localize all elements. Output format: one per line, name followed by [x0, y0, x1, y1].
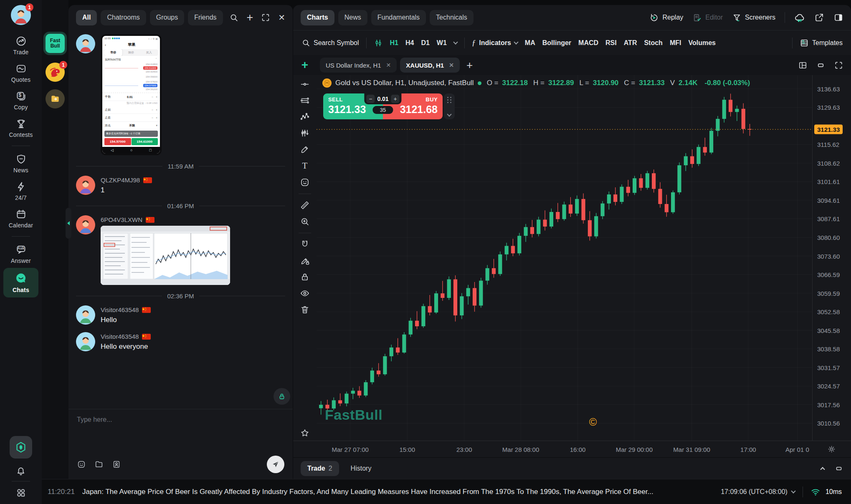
user-avatar[interactable]: 1 — [11, 5, 31, 25]
close-icon[interactable]: ✕ — [278, 13, 285, 22]
templates-button[interactable]: Templates — [800, 38, 843, 48]
avatar[interactable] — [76, 305, 95, 325]
time-axis-labels[interactable]: Mar 27 07:0015:0023:00Mar 28 08:0016:00M… — [317, 441, 812, 457]
editor-button[interactable]: Editor — [692, 13, 723, 23]
sidebar-item-quotes[interactable]: Quotes — [2, 59, 40, 87]
drawing-lock-tool-icon[interactable] — [300, 256, 310, 266]
lot-minus-button[interactable]: − — [366, 95, 375, 103]
timeframe-h4[interactable]: H4 — [405, 39, 414, 47]
chart-tab-xauusd[interactable]: XAUUSD, H1 ✕ — [400, 58, 460, 73]
chart-tab-usdindex[interactable]: US Dollar Index, H1 ✕ — [320, 58, 397, 73]
open-external-icon[interactable] — [814, 13, 824, 23]
avatar[interactable] — [76, 215, 95, 234]
sidebar-item-news[interactable]: News — [2, 150, 40, 177]
bottom-tab-history[interactable]: History — [344, 461, 378, 476]
contact-card-icon[interactable] — [112, 460, 121, 469]
avatar[interactable] — [76, 332, 95, 351]
minimize-panel-icon[interactable] — [816, 60, 826, 70]
indicators-button[interactable]: ƒ Indicators — [472, 38, 518, 48]
chat-tab-friends[interactable]: Friends — [188, 10, 223, 25]
attach-folder-icon[interactable] — [94, 460, 104, 469]
chat-lock-button[interactable] — [274, 388, 290, 405]
search-symbol-button[interactable]: Search Symbol — [301, 38, 359, 47]
chat-input[interactable] — [77, 416, 284, 423]
trendline-tool-icon[interactable] — [300, 79, 310, 89]
chart-canvas[interactable]: Gold vs US Dollar, H1, Unadjusted, FastB… — [317, 75, 812, 441]
timeframe-d1[interactable]: D1 — [421, 39, 429, 47]
screeners-button[interactable]: Screeners — [732, 13, 775, 23]
room-folder[interactable] — [46, 89, 65, 108]
emoji-icon[interactable] — [77, 460, 86, 469]
timeframe-w1[interactable]: W1 — [437, 39, 447, 47]
sidebar-item-calendar[interactable]: Calendar — [2, 205, 40, 232]
ruler-tool-icon[interactable] — [300, 200, 310, 210]
tab-technicals[interactable]: Technicals — [430, 10, 474, 25]
order-widget-chevron-down-icon[interactable] — [447, 112, 451, 116]
indicator-atr[interactable]: ATR — [624, 39, 637, 47]
chat-tab-all[interactable]: All — [76, 10, 97, 25]
indicator-ma[interactable]: MA — [525, 39, 535, 47]
add-drawing-button[interactable]: + — [293, 58, 317, 72]
pattern-tool-icon[interactable] — [300, 112, 310, 122]
tab-charts[interactable]: Charts — [301, 10, 334, 25]
brush-tool-icon[interactable] — [300, 144, 310, 154]
room-dragon[interactable]: 1 — [46, 63, 65, 82]
notifications-button[interactable] — [15, 465, 26, 476]
zoom-in-tool-icon[interactable] — [300, 217, 310, 227]
indicator-bollinger[interactable]: Bollinger — [542, 39, 571, 47]
cloud-sync-icon[interactable] — [794, 12, 805, 23]
chat-tab-chatrooms[interactable]: Chatrooms — [101, 10, 146, 25]
fib-lines-tool-icon[interactable] — [300, 96, 310, 106]
search-icon[interactable] — [229, 13, 238, 22]
replay-button[interactable]: Replay — [649, 13, 683, 23]
close-tab-icon[interactable]: ✕ — [449, 62, 454, 68]
order-widget-handle[interactable] — [444, 93, 455, 119]
sidebar-item-trade[interactable]: Trade — [2, 32, 40, 59]
lot-plus-button[interactable]: + — [391, 95, 400, 103]
chart-type-candles-icon[interactable] — [374, 38, 383, 48]
rail-collapse-handle[interactable] — [66, 208, 71, 239]
timeframes-chevron-down-icon[interactable] — [453, 40, 458, 44]
price-axis[interactable]: 3136.633129.633115.623108.623101.613094.… — [812, 75, 851, 441]
sidebar-item-247[interactable]: 24/7 — [2, 177, 40, 205]
new-chart-tab-button[interactable]: + — [466, 60, 473, 71]
add-chat-icon[interactable]: + — [246, 12, 253, 23]
hide-drawings-icon[interactable] — [300, 288, 310, 298]
indicator-mfi[interactable]: MFI — [670, 39, 681, 47]
delete-drawings-icon[interactable] — [300, 305, 310, 315]
news-ticker[interactable]: Japan: The Average Price Of Beer Is Grea… — [82, 488, 713, 496]
layout-grid-icon[interactable] — [798, 60, 808, 70]
symbol-title[interactable]: Gold vs US Dollar, H1, Unadjusted, FastB… — [335, 79, 474, 87]
sidebar-item-copy[interactable]: $ Copy — [2, 87, 40, 114]
lot-value[interactable]: 0.01 — [377, 96, 388, 102]
position-tool-icon[interactable] — [300, 128, 310, 138]
favorites-star-icon[interactable] — [300, 428, 310, 438]
room-fastbull[interactable]: Fast Bull — [43, 32, 67, 55]
avatar[interactable] — [76, 176, 95, 195]
panel-window-icon[interactable] — [834, 464, 843, 473]
fastbull-app-button[interactable] — [10, 436, 32, 459]
shared-desktop-screenshot[interactable] — [101, 226, 230, 285]
magnet-tool-icon[interactable] — [300, 239, 310, 249]
timezone-clock[interactable]: 17:09:06 (UTC+08:00) — [721, 488, 795, 496]
indicator-rsi[interactable]: RSI — [605, 39, 617, 47]
indicator-stoch[interactable]: Stoch — [644, 39, 662, 47]
shared-phone-screenshot[interactable]: 10:55 ◐ ♪ ⚙ ▦ ‹ 苹果 市价 限 — [101, 34, 162, 155]
apps-grid-button[interactable] — [15, 487, 26, 498]
chat-tab-groups[interactable]: Groups — [150, 10, 184, 25]
expand-panel-chevron-up-icon[interactable] — [820, 467, 825, 471]
indicator-macd[interactable]: MACD — [578, 39, 598, 47]
bottom-tab-trade[interactable]: Trade 2 — [301, 461, 339, 476]
expand-icon[interactable] — [261, 13, 270, 22]
sidebar-item-contests[interactable]: Contests — [2, 114, 40, 142]
timeframe-h1[interactable]: H1 — [390, 39, 398, 47]
text-tool-icon[interactable]: T — [302, 161, 308, 171]
send-button[interactable] — [267, 456, 284, 473]
panel-toggle-icon[interactable] — [833, 13, 843, 23]
close-tab-icon[interactable]: ✕ — [386, 62, 391, 68]
tab-news[interactable]: News — [338, 10, 367, 25]
axis-settings-button[interactable] — [812, 441, 851, 457]
fullscreen-icon[interactable] — [834, 60, 843, 70]
lock-all-tool-icon[interactable] — [300, 272, 310, 282]
tab-fundamentals[interactable]: Fundamentals — [371, 10, 426, 25]
